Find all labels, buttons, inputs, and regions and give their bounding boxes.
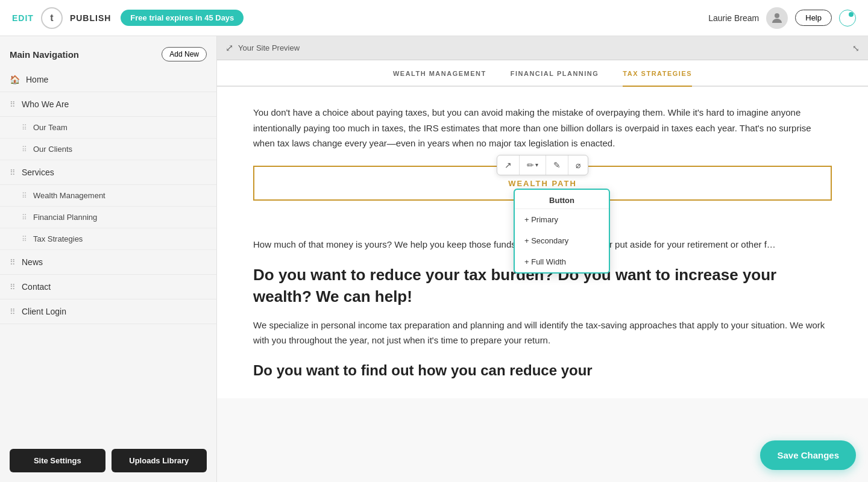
nav-item-client-login[interactable]: ⠿ Client Login [0,299,216,324]
edit-button[interactable]: ✏ ▾ [520,155,546,175]
preview-bar: ⤢ Your Site Preview ⤡ [217,36,868,60]
help-button[interactable]: Help [795,10,832,26]
nav-item-services[interactable]: ⠿ Services [0,160,216,185]
nav-sub-item-our-team[interactable]: ⠿ Our Team [0,117,216,139]
content-area: ⤢ Your Site Preview ⤡ WEALTH MANAGEMENT … [217,36,868,482]
preview-nav-tax-strategies[interactable]: TAX STRATEGIES [623,70,692,87]
drag-icon: ⠿ [22,124,27,132]
svg-point-0 [775,13,779,18]
nav-item-news[interactable]: ⠿ News [0,250,216,275]
edit-icon: ✏ [527,160,534,170]
preview-nav: WEALTH MANAGEMENT FINANCIAL PLANNING TAX… [217,60,868,87]
drag-icon: ⠿ [22,213,27,222]
home-icon: 🏠 [10,75,20,84]
nav-label-client-login: Client Login [22,307,66,316]
nav-sub-item-wealth-management[interactable]: ⠿ Wealth Management [0,185,216,207]
expand-icon[interactable]: ⤡ [852,43,860,53]
wealth-path-label: WEALTH PATH [508,179,577,188]
dropdown-menu: Button + Primary + Secondary + Full Widt… [514,189,610,274]
external-link-icon: ↗ [505,160,512,170]
external-link-button[interactable]: ↗ [497,155,520,175]
nav-item-contact[interactable]: ⠿ Contact [0,275,216,299]
nav-label-financial-planning: Financial Planning [33,213,97,222]
nav-item-home[interactable]: 🏠 Home [0,67,216,92]
top-bar-left: EDIT t PUBLISH [12,7,111,29]
preview-nav-financial-planning[interactable]: FINANCIAL PLANNING [511,70,599,86]
nav-sub-item-our-clients[interactable]: ⠿ Our Clients [0,139,216,160]
full-width-option-label: + Full Width [524,257,566,266]
notification-dot[interactable] [839,10,856,27]
nav-label-who-we-are: Who We Are [22,99,69,109]
nav-sub-item-tax-strategies[interactable]: ⠿ Tax Strategies [0,228,216,250]
top-bar: EDIT t PUBLISH Free trial expires in 45 … [0,0,868,36]
nav-label-services: Services [22,167,54,177]
trial-badge: Free trial expires in 45 Days [121,10,244,26]
logo-circle[interactable]: t [41,7,63,29]
sidebar-header: Main Navigation Add New [0,36,216,67]
text-edit-button[interactable]: ✎ [546,155,568,175]
sidebar-footer: Site Settings Uploads Library [0,439,216,482]
site-settings-button[interactable]: Site Settings [10,449,105,472]
user-name: Laurie Bream [708,13,759,23]
dropdown-item-secondary[interactable]: + Secondary [515,230,609,251]
nav-label-tax-strategies: Tax Strategies [33,234,83,243]
dropdown-item-primary[interactable]: + Primary [515,209,609,230]
heading-2: Do you want to find out how you can redu… [253,360,832,381]
secondary-option-label: + Secondary [524,236,568,245]
drag-icon: ⠿ [10,168,16,177]
intro-text: You don't have a choice about paying tax… [253,105,832,151]
preview-content: You don't have a choice about paying tax… [217,87,868,398]
drag-icon: ⠿ [10,100,16,109]
dropdown-header: Button [515,190,609,209]
preview-arrows-icon: ⤢ [225,42,233,54]
drag-icon: ⠿ [22,145,27,154]
uploads-library-button[interactable]: Uploads Library [112,449,207,472]
sidebar-title: Main Navigation [10,49,79,60]
nav-item-home-label: Home [26,75,48,84]
chevron-down-icon: ▾ [535,161,538,168]
avatar[interactable] [766,7,788,29]
wealth-path-box[interactable]: WEALTH PATH ↗ ✏ ▾ ✎ [253,166,832,201]
nav-label-our-team: Our Team [33,123,68,132]
drag-icon: ⠿ [22,192,27,200]
nav-item-who-we-are[interactable]: ⠿ Who We Are [0,92,216,117]
site-preview: WEALTH MANAGEMENT FINANCIAL PLANNING TAX… [217,60,868,482]
edit-label[interactable]: EDIT [12,13,34,23]
preview-label: Your Site Preview [238,43,300,52]
nav-label-wealth-management: Wealth Management [33,191,105,200]
nav-label-contact: Contact [22,282,51,292]
drag-icon: ⠿ [10,283,16,292]
sidebar: Main Navigation Add New 🏠 Home ⠿ Who We … [0,36,217,482]
publish-label[interactable]: PUBLISH [70,13,111,23]
nav-label-our-clients: Our Clients [33,145,72,154]
drag-icon: ⠿ [10,307,16,316]
text-edit-icon: ✎ [553,160,561,170]
edit-toolbar: ↗ ✏ ▾ ✎ ⌀ [497,155,588,175]
dropdown-item-full-width[interactable]: + Full Width [515,251,609,272]
top-bar-right: Laurie Bream Help [708,7,856,29]
unlink-icon: ⌀ [576,160,580,170]
drag-icon: ⠿ [22,235,27,243]
drag-icon: ⠿ [10,258,16,267]
nav-label-news: News [22,257,43,267]
para-1: We specialize in personal income tax pre… [253,318,832,348]
nav-sub-item-financial-planning[interactable]: ⠿ Financial Planning [0,207,216,228]
unlink-button[interactable]: ⌀ [568,155,588,175]
primary-option-label: + Primary [524,215,558,224]
main-layout: Main Navigation Add New 🏠 Home ⠿ Who We … [0,36,868,482]
add-new-button[interactable]: Add New [162,47,207,61]
preview-nav-wealth-management[interactable]: WEALTH MANAGEMENT [393,70,486,86]
save-changes-button[interactable]: Save Changes [760,440,856,470]
